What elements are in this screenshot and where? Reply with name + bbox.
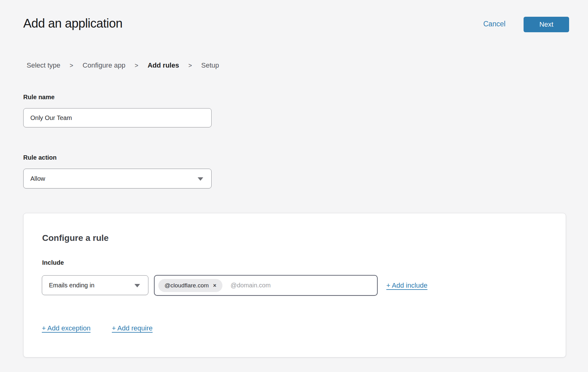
- next-button[interactable]: Next: [524, 17, 569, 32]
- dropdown-caret-icon: [198, 177, 203, 181]
- cancel-button[interactable]: Cancel: [483, 20, 506, 28]
- dropdown-caret-icon: [134, 284, 140, 287]
- include-selector-value: Emails ending in: [49, 282, 94, 289]
- configure-rule-card: Configure a rule Include Emails ending i…: [23, 213, 566, 357]
- include-label: Include: [42, 259, 64, 266]
- page-title: Add an application: [23, 16, 122, 30]
- rule-name-input[interactable]: [23, 108, 212, 127]
- email-domain-tag: @cloudflare.com ×: [158, 279, 222, 292]
- email-domain-entry-input[interactable]: [230, 282, 373, 289]
- breadcrumb-step-select-type[interactable]: Select type: [27, 61, 60, 69]
- rule-action-select[interactable]: Allow: [23, 169, 212, 188]
- rule-action-selected-value: Allow: [30, 175, 45, 182]
- breadcrumb-step-add-rules: Add rules: [147, 61, 179, 69]
- add-exception-link[interactable]: + Add exception: [42, 324, 90, 332]
- rule-card-title: Configure a rule: [42, 233, 109, 243]
- rule-action-label: Rule action: [23, 154, 57, 161]
- add-application-page: Add an application Cancel Next Select ty…: [0, 0, 588, 372]
- breadcrumb-step-configure-app[interactable]: Configure app: [83, 61, 125, 69]
- breadcrumb-separator-icon: >: [70, 62, 73, 69]
- add-require-link[interactable]: + Add require: [112, 324, 152, 332]
- include-emails-tag-input[interactable]: @cloudflare.com ×: [154, 275, 378, 296]
- email-domain-tag-label: @cloudflare.com: [165, 282, 209, 289]
- breadcrumb-step-setup[interactable]: Setup: [201, 61, 219, 69]
- rule-name-label: Rule name: [23, 94, 55, 101]
- include-selector-select[interactable]: Emails ending in: [42, 275, 148, 295]
- breadcrumb-separator-icon: >: [188, 62, 192, 69]
- breadcrumb: Select type > Configure app > Add rules …: [27, 61, 219, 69]
- add-include-link[interactable]: + Add include: [386, 281, 428, 290]
- breadcrumb-separator-icon: >: [135, 62, 138, 69]
- tag-remove-icon[interactable]: ×: [213, 283, 217, 288]
